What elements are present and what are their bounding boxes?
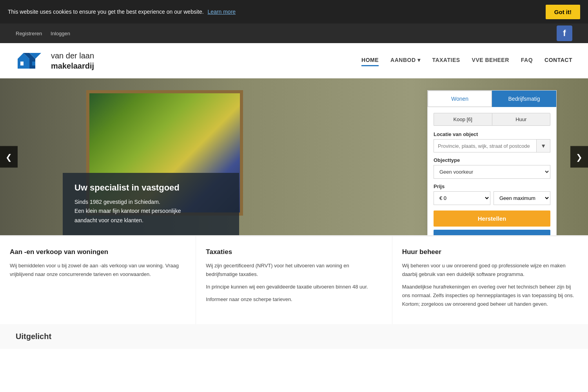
prijs-row: € 0 Geen maximum (434, 191, 550, 205)
feature-card-2: Huur beheer Wij beheren voor u uw onroer… (392, 236, 588, 324)
hero-line1: Sinds 1982 gevestigd in Schiedam. (74, 199, 160, 205)
hero-line2: Een klein maar fijn kantoor met persoonl… (74, 208, 181, 214)
feature-cards: Aan -en verkoop van woningen Wij bemidde… (0, 235, 588, 324)
cookie-banner: This website uses cookies to ensure you … (0, 0, 588, 24)
feature-card-1-title: Taxaties (206, 248, 382, 256)
cookie-learn-more-link[interactable]: Learn more (208, 9, 236, 15)
feature-card-2-title: Huur beheer (402, 248, 578, 256)
tab-bedrijfsmatig[interactable]: Bedrijfsmatig (492, 91, 556, 107)
objecttype-label: Objecttype (434, 157, 550, 163)
prijs-label: Prijs (434, 183, 550, 189)
logo-line1: van der laan (51, 51, 94, 60)
nav-aanbod[interactable]: AANBOD (390, 57, 420, 65)
feature-card-1-text3: Informeer naar onze scherpe tarieven. (206, 295, 382, 304)
hero-line3: aandacht voor onze klanten. (74, 217, 143, 223)
reset-button[interactable]: Herstellen (434, 211, 550, 227)
hero-section: ❮ ❯ Uw specialist in vastgoed Sinds 1982… (0, 78, 588, 235)
facebook-icon[interactable]: f (557, 25, 572, 41)
nav-home[interactable]: HOME (361, 57, 379, 65)
top-nav-bar: Registreren Inloggen f (0, 24, 588, 43)
location-dropdown-icon[interactable]: ▼ (536, 140, 550, 152)
objecttype-select[interactable]: Geen voorkeur (434, 165, 550, 179)
nav-contact[interactable]: CONTACT (544, 57, 572, 65)
feature-card-1-text1: Wij zijn gecertificeerd (NRVT) voor het … (206, 261, 382, 279)
login-link[interactable]: Inloggen (51, 31, 70, 36)
feature-card-1: Taxaties Wij zijn gecertificeerd (NRVT) … (196, 236, 392, 324)
huur-button[interactable]: Huur (492, 113, 551, 126)
cookie-got-it-button[interactable]: Got it! (546, 5, 580, 19)
feature-card-0-text1: Wij bemiddelen voor u bij zowel de aan -… (10, 261, 186, 279)
logo-line2: makelaardij (51, 61, 94, 71)
location-input-wrap: ▼ (434, 139, 550, 152)
nav-vve-beheer[interactable]: VVE BEHEER (472, 57, 509, 65)
prijs-max-select[interactable]: Geen maximum (494, 191, 550, 205)
logo-icon (16, 49, 47, 73)
header: van der laan makelaardij HOME AANBOD TAX… (0, 43, 588, 78)
carousel-prev-button[interactable]: ❮ (0, 146, 18, 168)
svg-rect-3 (20, 62, 24, 65)
koop-button[interactable]: Koop [6] (434, 113, 492, 126)
top-nav-links: Registreren Inloggen (16, 30, 77, 36)
svg-rect-4 (32, 62, 35, 65)
results-button[interactable]: 6 objecten gevonden (434, 230, 550, 235)
register-link[interactable]: Registreren (16, 31, 42, 36)
nav-taxaties[interactable]: TAXATIES (432, 57, 460, 65)
feature-card-0-title: Aan -en verkoop van woningen (10, 248, 186, 256)
carousel-next-button[interactable]: ❯ (570, 146, 588, 168)
feature-card-2-text1: Wij beheren voor u uw onroerend goed op … (402, 261, 578, 279)
hero-title: Uw specialist in vastgoed (74, 183, 227, 193)
location-input[interactable] (434, 140, 536, 152)
hero-description: Sinds 1982 gevestigd in Schiedam. Een kl… (74, 198, 227, 225)
search-panel: Wonen Bedrijfsmatig Koop [6] Huur Locati… (427, 90, 557, 235)
cookie-message: This website uses cookies to ensure you … (8, 9, 236, 15)
logo-text: van der laan makelaardij (51, 51, 94, 71)
hero-overlay: Uw specialist in vastgoed Sinds 1982 gev… (63, 173, 239, 235)
uitgelicht-section: Uitgelicht (0, 324, 588, 349)
feature-card-0: Aan -en verkoop van woningen Wij bemidde… (0, 236, 196, 324)
uitgelicht-title: Uitgelicht (16, 332, 572, 341)
main-nav: HOME AANBOD TAXATIES VVE BEHEER FAQ CONT… (361, 57, 572, 65)
feature-card-1-text2: In principe kunnen wij een gevalideerde … (206, 283, 382, 291)
cookie-text: This website uses cookies to ensure you … (8, 9, 204, 15)
logo[interactable]: van der laan makelaardij (16, 49, 94, 73)
search-tabs: Wonen Bedrijfsmatig (428, 91, 556, 107)
locatie-label: Locatie van object (434, 131, 550, 137)
feature-card-2-text2: Maandelijkse hurafrekeningen en overleg … (402, 283, 578, 309)
nav-faq[interactable]: FAQ (521, 57, 533, 65)
tab-wonen[interactable]: Wonen (428, 91, 492, 107)
search-panel-body: Koop [6] Huur Locatie van object ▼ Objec… (428, 107, 556, 235)
koop-huur-toggle: Koop [6] Huur (434, 113, 550, 126)
prijs-min-select[interactable]: € 0 (434, 191, 490, 205)
